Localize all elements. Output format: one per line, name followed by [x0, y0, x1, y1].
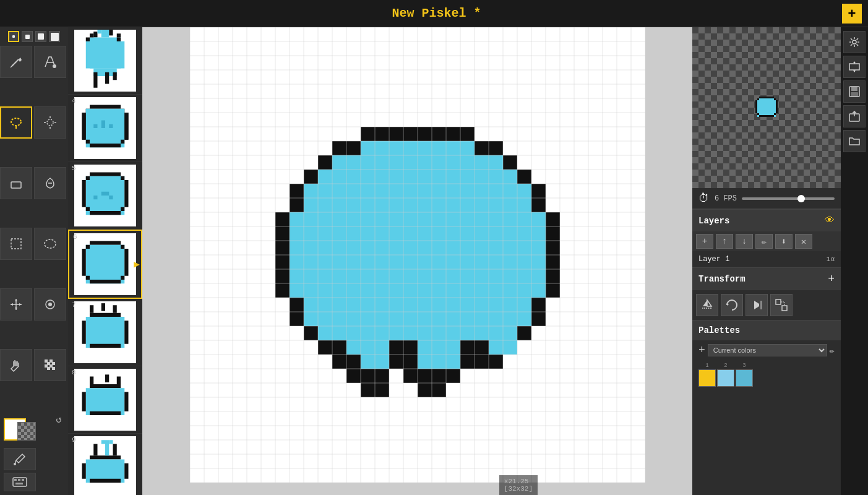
brush-size-1[interactable] — [8, 31, 19, 42]
folder-button[interactable] — [843, 130, 866, 152]
eraser-tool[interactable] — [0, 167, 32, 199]
fps-bar: ⏱ 6 FPS — [692, 188, 841, 209]
palettes-title: Palettes — [698, 325, 740, 335]
resize-canvas-button[interactable] — [843, 56, 866, 78]
transform-add-button[interactable]: + — [828, 273, 835, 285]
move-tool[interactable] — [0, 288, 32, 321]
frame-thumb-6 — [74, 233, 136, 295]
transform-header: Transform + — [692, 268, 841, 290]
color-swatch-3[interactable] — [736, 369, 753, 387]
frame-4[interactable]: 4 — [68, 95, 142, 162]
rect-select-tool[interactable] — [0, 228, 32, 260]
svg-rect-114 — [105, 440, 109, 455]
canvas-area[interactable]: x21.25 [32x32] — [142, 27, 692, 495]
magic-wand-tool[interactable] — [34, 106, 66, 139]
ellipse-tool[interactable] — [34, 228, 66, 260]
layer-move-up-button[interactable]: ↑ — [716, 234, 733, 249]
svg-rect-72 — [124, 180, 128, 207]
frames-panel: 4 — [68, 27, 142, 495]
lighten-tool[interactable] — [34, 167, 66, 199]
color-swatch-2[interactable] — [717, 369, 734, 387]
svg-rect-102 — [124, 392, 128, 411]
color-swatch-1[interactable] — [698, 369, 716, 387]
layer-delete-button[interactable]: ✕ — [795, 234, 812, 249]
svg-rect-32 — [14, 479, 17, 481]
svg-rect-108 — [90, 455, 121, 459]
canvas-container[interactable] — [190, 27, 645, 483]
svg-rect-123 — [776, 100, 778, 113]
frame-active-indicator: ▶ — [134, 258, 140, 270]
fill-tool[interactable] — [34, 46, 66, 78]
svg-point-4 — [11, 118, 21, 126]
layer-row[interactable]: Layer 1 1α — [692, 251, 841, 267]
svg-rect-65 — [109, 124, 113, 128]
frame-thumb-9 — [74, 436, 136, 495]
frame-number-5: 5 — [72, 165, 76, 172]
layer-edit-button[interactable]: ✏ — [755, 234, 773, 249]
svg-rect-64 — [101, 121, 105, 129]
frame-thumb-5 — [74, 165, 136, 226]
mirror-button[interactable] — [746, 294, 768, 316]
brush-size-row — [0, 27, 68, 46]
settings-button[interactable] — [843, 31, 866, 53]
outline-tool[interactable] — [34, 288, 66, 321]
layer-add-button[interactable]: + — [696, 234, 713, 249]
palette-controls: + Current colors ✏ — [692, 340, 841, 360]
svg-rect-80 — [90, 241, 121, 245]
svg-marker-1 — [19, 58, 22, 62]
svg-rect-75 — [90, 211, 121, 215]
svg-rect-105 — [105, 374, 109, 382]
dither-tool[interactable] — [34, 349, 66, 381]
svg-rect-112 — [90, 479, 121, 483]
layer-name: Layer 1 — [698, 255, 729, 264]
pan-tool[interactable] — [0, 349, 32, 381]
svg-rect-115 — [113, 444, 117, 456]
fps-thumb[interactable] — [797, 195, 805, 202]
layer-merge-button[interactable]: ⬇ — [775, 234, 793, 249]
svg-rect-100 — [86, 388, 125, 415]
palette-color-3[interactable]: 3 — [736, 363, 753, 387]
pen-tool[interactable] — [0, 46, 32, 78]
frame-5[interactable]: 5 — [68, 162, 142, 230]
pixel-canvas[interactable] — [190, 27, 645, 483]
flip-horizontal-button[interactable] — [696, 294, 718, 316]
add-button[interactable]: + — [842, 4, 862, 24]
brush-size-3[interactable] — [35, 31, 46, 42]
swap-colors-button[interactable]: ↺ — [56, 413, 62, 426]
main-layout: ↺ — [0, 27, 868, 495]
svg-rect-67 — [90, 173, 121, 176]
svg-rect-50 — [113, 72, 117, 80]
frame-8[interactable]: 8 — [68, 366, 142, 434]
svg-marker-128 — [727, 303, 729, 306]
lasso-tool[interactable] — [0, 106, 32, 139]
palette-color-2[interactable]: 2 — [717, 363, 734, 387]
resize-button[interactable] — [770, 294, 793, 316]
export-button[interactable] — [843, 105, 866, 127]
frame-7[interactable]: 7 — [68, 299, 142, 366]
frame-top[interactable] — [68, 27, 142, 95]
palette-color-1[interactable]: 1 — [698, 363, 716, 387]
svg-rect-110 — [82, 463, 86, 479]
svg-rect-63 — [93, 124, 97, 128]
left-toolbar: ↺ — [0, 27, 68, 495]
frame-9[interactable]: 9 — [68, 434, 142, 495]
frame-6[interactable]: 6 ▶ — [68, 230, 142, 299]
layer-move-down-button[interactable]: ↓ — [736, 234, 753, 249]
keyboard-shortcut-button[interactable] — [4, 473, 36, 491]
svg-rect-96 — [101, 303, 105, 311]
palette-edit-button[interactable]: ✏ — [830, 345, 835, 356]
transform-tools — [692, 290, 841, 320]
brush-size-2[interactable] — [22, 31, 33, 42]
layers-toolbar: + ↑ ↓ ✏ ⬇ ✕ — [692, 231, 841, 251]
fps-slider[interactable] — [742, 197, 835, 200]
rotate-button[interactable] — [721, 294, 743, 316]
coords: x21.25 — [504, 478, 529, 485]
brush-size-4[interactable] — [49, 31, 60, 42]
palette-add-button[interactable]: + — [698, 344, 705, 356]
save-button[interactable] — [843, 80, 866, 103]
eyedropper-tool[interactable] — [4, 448, 36, 470]
palette-dropdown[interactable]: Current colors — [708, 344, 827, 356]
svg-rect-78 — [109, 196, 113, 199]
layers-visibility-icon[interactable]: 👁 — [825, 215, 835, 226]
secondary-color-swatch[interactable] — [17, 422, 36, 441]
